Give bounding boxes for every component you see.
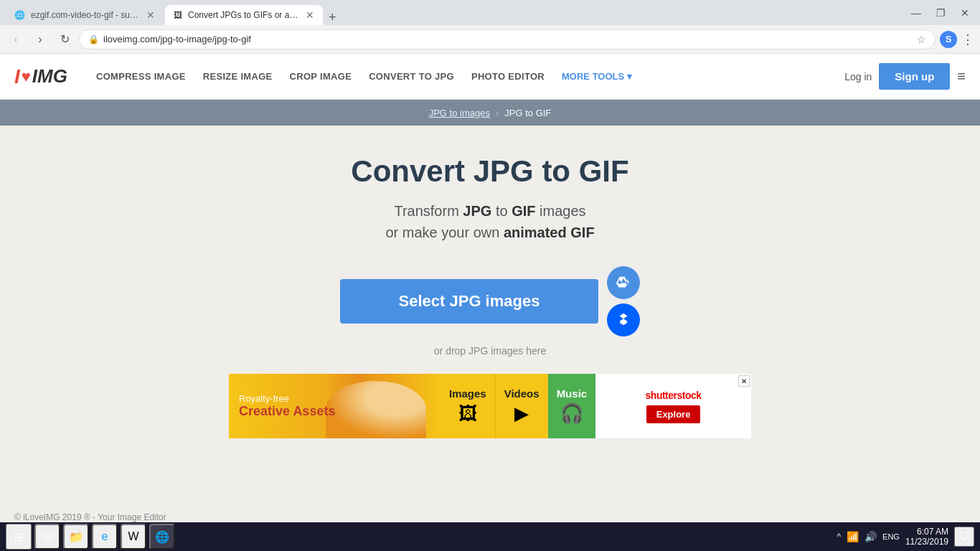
forward-button[interactable]: › bbox=[30, 29, 50, 50]
ad-creative-text: Creative Assets bbox=[239, 404, 430, 419]
subtitle-to: to bbox=[496, 203, 512, 219]
maximize-button[interactable]: ❐ bbox=[931, 4, 950, 22]
drop-hint: or drop JPG images here bbox=[434, 345, 546, 357]
notification-center-button[interactable]: 🗨 bbox=[954, 527, 974, 547]
nav-links: COMPRESS IMAGE RESIZE IMAGE CROP IMAGE C… bbox=[96, 71, 823, 82]
system-clock: 6:07 AM 11/23/2019 bbox=[905, 527, 948, 547]
ad-explore-button[interactable]: Explore bbox=[646, 405, 701, 423]
tab-bar: 🌐 ezgif.com-video-to-gif - support ✕ 🖼 C… bbox=[6, 0, 341, 25]
dropbox-icon bbox=[616, 312, 631, 328]
logo-i-text: I bbox=[14, 65, 20, 88]
file-explorer-icon: 📁 bbox=[69, 530, 83, 544]
chrome-taskbar-button[interactable]: 🌐 bbox=[149, 524, 175, 550]
google-drive-upload-button[interactable] bbox=[607, 266, 640, 299]
clock-time: 6:07 AM bbox=[905, 527, 948, 537]
breadcrumb-current: JPG to GIF bbox=[504, 108, 551, 118]
ad-shutterstock-brand: shutterstock bbox=[646, 390, 702, 401]
select-images-button[interactable]: Select JPG images bbox=[340, 279, 598, 324]
nav-compress-image[interactable]: COMPRESS IMAGE bbox=[96, 71, 186, 82]
nav-more-tools[interactable]: MORE TOOLS ▾ bbox=[562, 71, 632, 82]
browser-title-bar: 🌐 ezgif.com-video-to-gif - support ✕ 🖼 C… bbox=[0, 0, 980, 25]
ad-banner: ✕ Royalty-free Creative Assets Images 🖼 … bbox=[229, 374, 751, 438]
main-navbar: I ♥ IMG COMPRESS IMAGE RESIZE IMAGE CROP… bbox=[0, 54, 980, 100]
browser-menu-button[interactable]: ⋮ bbox=[961, 32, 974, 47]
tab2-close-btn[interactable]: ✕ bbox=[306, 10, 314, 20]
page-subtitle: Transform JPG to GIF images or make your… bbox=[385, 200, 594, 243]
nav-auth-area: Log in Sign up ≡ bbox=[844, 63, 966, 90]
subtitle-jpg: JPG bbox=[463, 203, 491, 219]
ad-shutterstock-section: shutterstock Explore bbox=[595, 374, 751, 438]
address-bar-row: ‹ › ↻ 🔒 iloveimg.com/jpg-to-image/jpg-to… bbox=[0, 25, 980, 54]
main-content: Convert JPG to GIF Transform JPG to GIF … bbox=[0, 126, 980, 453]
windows-taskbar: ⊞ ⊟ 📁 e W 🌐 ^ 📶 🔊 ENG 6:07 AM 11/23/2019… bbox=[0, 522, 980, 551]
tab1-close-btn[interactable]: ✕ bbox=[146, 10, 155, 20]
browser-tab-1[interactable]: 🌐 ezgif.com-video-to-gif - support ✕ bbox=[6, 5, 164, 25]
signup-button[interactable]: Sign up bbox=[879, 63, 950, 90]
language-indicator: ENG bbox=[882, 532, 900, 541]
close-window-button[interactable]: ✕ bbox=[956, 4, 974, 22]
ad-royalty-text: Royalty-free bbox=[239, 393, 430, 404]
hamburger-menu-button[interactable]: ≡ bbox=[957, 68, 966, 85]
address-bar[interactable]: 🔒 iloveimg.com/jpg-to-image/jpg-to-gif ☆ bbox=[79, 29, 936, 50]
window-controls: — ❐ ✕ bbox=[907, 4, 974, 22]
network-icon: 📶 bbox=[847, 531, 859, 542]
subtitle-make: or make your own bbox=[385, 225, 504, 240]
breadcrumb-separator: › bbox=[496, 108, 499, 118]
nav-convert-to-jpg[interactable]: CONVERT TO JPG bbox=[369, 71, 454, 82]
edge-button[interactable]: e bbox=[92, 524, 118, 550]
ad-images-icon: 🖼 bbox=[458, 402, 477, 425]
logo-img-text: IMG bbox=[32, 65, 67, 88]
file-explorer-button[interactable]: 📁 bbox=[63, 524, 89, 550]
word-button[interactable]: W bbox=[121, 524, 146, 550]
volume-icon: 🔊 bbox=[864, 531, 877, 542]
upload-area: Select JPG images bbox=[340, 266, 640, 336]
reload-button[interactable]: ↻ bbox=[55, 29, 75, 50]
new-tab-button[interactable]: + bbox=[324, 10, 341, 25]
edge-icon: e bbox=[102, 530, 108, 543]
subtitle-images: images bbox=[540, 203, 585, 219]
tab2-title: Convert JPGs to GIFs or animate... bbox=[188, 10, 300, 20]
tab1-favicon: 🌐 bbox=[14, 10, 25, 20]
ad-music-label: Music bbox=[557, 387, 588, 400]
ad-images-category[interactable]: Images 🖼 bbox=[440, 374, 495, 438]
cloud-upload-buttons bbox=[607, 266, 640, 336]
task-view-button[interactable]: ⊟ bbox=[34, 524, 60, 550]
taskbar-right: ^ 📶 🔊 ENG 6:07 AM 11/23/2019 🗨 bbox=[837, 527, 974, 547]
footer: © iLoveIMG 2019 ® - Your Image Editor bbox=[14, 512, 166, 522]
windows-icon: ⊞ bbox=[14, 530, 24, 544]
copyright-text: © iLoveIMG 2019 ® - Your Image Editor bbox=[14, 512, 166, 522]
system-tray-expand[interactable]: ^ bbox=[837, 532, 841, 542]
page-title: Convert JPG to GIF bbox=[351, 154, 628, 189]
ad-videos-label: Videos bbox=[504, 387, 540, 400]
browser-tab-2[interactable]: 🖼 Convert JPGs to GIFs or animate... ✕ bbox=[165, 5, 323, 25]
lock-icon: 🔒 bbox=[88, 34, 99, 44]
ad-images-label: Images bbox=[449, 387, 486, 400]
nav-resize-image[interactable]: RESIZE IMAGE bbox=[203, 71, 273, 82]
login-button[interactable]: Log in bbox=[844, 71, 872, 83]
ad-videos-category[interactable]: Videos ▶ bbox=[495, 374, 548, 438]
clock-date: 11/23/2019 bbox=[905, 537, 948, 547]
subtitle-transform: Transform bbox=[394, 203, 463, 219]
ad-videos-icon: ▶ bbox=[514, 402, 529, 425]
tab2-favicon: 🖼 bbox=[174, 10, 182, 20]
breadcrumb-parent[interactable]: JPG to images bbox=[429, 108, 490, 118]
ad-content: Royalty-free Creative Assets Images 🖼 Vi… bbox=[229, 374, 751, 438]
nav-crop-image[interactable]: CROP IMAGE bbox=[290, 71, 352, 82]
google-drive-icon bbox=[616, 275, 631, 291]
logo-heart-icon: ♥ bbox=[22, 67, 31, 86]
ad-close-button[interactable]: ✕ bbox=[738, 375, 750, 387]
ad-music-category[interactable]: Music 🎧 bbox=[548, 374, 596, 438]
chrome-icon: 🌐 bbox=[155, 530, 169, 544]
back-button[interactable]: ‹ bbox=[6, 29, 26, 50]
profile-icon[interactable]: S bbox=[940, 31, 957, 48]
nav-photo-editor[interactable]: PHOTO EDITOR bbox=[471, 71, 545, 82]
start-button[interactable]: ⊞ bbox=[6, 524, 32, 550]
subtitle-animated-gif: animated GIF bbox=[504, 225, 595, 240]
ad-music-icon: 🎧 bbox=[560, 402, 583, 425]
site-logo[interactable]: I ♥ IMG bbox=[14, 65, 67, 88]
dropbox-upload-button[interactable] bbox=[607, 303, 640, 336]
word-icon: W bbox=[128, 530, 138, 543]
bookmark-icon[interactable]: ☆ bbox=[917, 34, 926, 45]
minimize-button[interactable]: — bbox=[907, 4, 925, 22]
address-text: iloveimg.com/jpg-to-image/jpg-to-gif bbox=[103, 34, 913, 44]
